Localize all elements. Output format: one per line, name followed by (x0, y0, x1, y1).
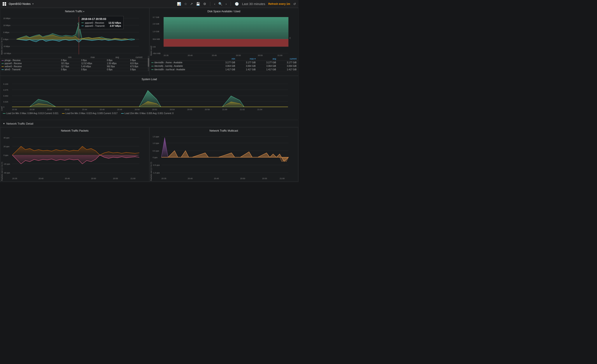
svg-text:20:44: 20:44 (82, 108, 87, 111)
sysload-title: System Load (0, 76, 298, 82)
top-bar: OpenBSD Nodes ▾ 📊 ☆ ↗ 💾 ⚙ ‹ 🔍 › 🕐 Last 3… (0, 0, 298, 8)
svg-text:5 kBps: 5 kBps (3, 31, 9, 33)
svg-text:0 pps: 0 pps (153, 156, 158, 158)
sysload-y-label: Load (0, 82, 3, 111)
svg-text:-954 MiB: -954 MiB (153, 52, 161, 55)
svg-text:21:00: 21:00 (131, 177, 136, 180)
svg-text:40 pps: 40 pps (3, 137, 10, 139)
svg-text:20:55: 20:55 (258, 54, 263, 56)
svg-text:0.050: 0.050 (3, 95, 8, 97)
svg-text:20:48: 20:48 (117, 108, 122, 111)
svg-text:⟳: ⟳ (290, 37, 291, 40)
svg-text:-20 pps: -20 pps (3, 163, 10, 165)
disk-row-usrobj: /dev/sd0j - /usr/obj - Available 3.064 G… (149, 64, 298, 68)
svg-text:21:00: 21:00 (280, 177, 285, 180)
svg-rect-33 (164, 39, 288, 47)
svg-text:20:40: 20:40 (39, 177, 44, 180)
network-scrollbar[interactable] (148, 56, 149, 71)
svg-text:20:46: 20:46 (100, 108, 105, 111)
refresh-button[interactable]: ↺ (293, 2, 296, 6)
save-icon[interactable]: 💾 (196, 2, 200, 6)
svg-text:20:40: 20:40 (47, 108, 52, 111)
sysload-legend: Load 1m Min: 0 Max: 0.084 Avg: 0.013 Cur… (0, 111, 298, 115)
svg-text:21:00: 21:00 (277, 54, 283, 56)
network-y-label: Bytes out (-) / in (+) (0, 14, 3, 55)
svg-text:20 pps: 20 pps (3, 145, 10, 148)
settings-icon[interactable]: ⚙ (203, 2, 206, 6)
legend-row-pppoe-recv: pppoe0 - Receive 321 Bps12.52 kBps1.55 k… (0, 62, 149, 65)
network-detail-section: ▼ Network Traffic Detail Network Traffic… (0, 120, 298, 182)
zoom-icon[interactable]: 🔍 (218, 2, 222, 6)
time-range-label[interactable]: Last 30 minutes (242, 2, 265, 6)
refresh-label[interactable]: Refresh every 1m (268, 2, 290, 6)
svg-text:-40 pps: -40 pps (3, 172, 10, 174)
legend-row-athn0: athn0 - Transmit 0 Bps0 Bps0 Bps0 Bps (0, 68, 149, 71)
network-traffic-dropdown[interactable]: ▾ (83, 10, 84, 13)
packets-title: Network Traffic Packets (0, 127, 149, 133)
svg-text:0.5 pps: 0.5 pps (153, 150, 159, 152)
network-detail-header: ▼ Network Traffic Detail (0, 120, 298, 127)
svg-text:1.0 pps: 1.0 pps (153, 142, 159, 144)
svg-text:0 B: 0 B (153, 46, 156, 48)
app-icon (3, 2, 6, 6)
network-detail-label: Network Traffic Detail (6, 122, 33, 125)
svg-text:20:50: 20:50 (236, 54, 241, 56)
svg-text:21:04: 21:04 (257, 108, 262, 111)
network-legend-table: minmaxavgcurrent phoge - Receive 0 Bps0 … (0, 56, 149, 71)
svg-text:2.8 GiB: 2.8 GiB (153, 23, 159, 25)
share-icon[interactable]: ↗ (190, 2, 193, 6)
svg-text:0: 0 (3, 106, 4, 108)
svg-text:-0.5 pps: -0.5 pps (153, 164, 160, 166)
svg-text:20:45: 20:45 (214, 177, 219, 180)
title-dropdown-arrow[interactable]: ▾ (32, 3, 33, 5)
svg-text:20:36: 20:36 (12, 108, 17, 111)
svg-text:20:38: 20:38 (30, 108, 35, 111)
packets-panel: Network Traffic Packets Packets out (-) … (0, 127, 149, 182)
load1m-legend: Load 1m Min: 0 Max: 0.084 Avg: 0.013 Cur… (3, 112, 58, 115)
bottom-charts: Network Traffic Packets Packets out (-) … (0, 127, 298, 182)
svg-text:21:02: 21:02 (240, 108, 245, 111)
collapse-icon[interactable]: ▼ (3, 122, 5, 125)
svg-text:10 kBps: 10 kBps (3, 24, 10, 26)
network-traffic-title: Network Traffic ▾ (0, 8, 149, 14)
disk-y-label: Bytes used (149, 14, 153, 56)
svg-text:0.025: 0.025 (3, 101, 8, 103)
svg-text:20:55: 20:55 (262, 177, 267, 180)
forward-icon[interactable]: › (226, 2, 227, 6)
disk-chart: 3.7 GiB 2.8 GiB 1.9 GiB 954 MiB 0 B -954… (153, 14, 291, 56)
svg-text:20:35: 20:35 (12, 177, 17, 180)
svg-text:3.7 GiB: 3.7 GiB (153, 16, 159, 18)
back-icon[interactable]: ‹ (214, 2, 215, 6)
multicast-chart: 1.5 pps 1.0 pps 0.5 pps 0 pps -0.5 pps -… (153, 133, 291, 181)
svg-text:20:50: 20:50 (91, 177, 96, 180)
svg-text:20:58: 20:58 (205, 108, 210, 111)
svg-text:0 pps: 0 pps (3, 154, 8, 156)
disk-title: Disk Space Available / Used (149, 8, 298, 14)
svg-text:20:40: 20:40 (188, 54, 193, 56)
svg-text:20:50: 20:50 (135, 108, 140, 111)
network-traffic-chart: 15 kBps 10 kBps 5 kBps 0 Bps -5 kBps -10… (3, 14, 141, 55)
svg-text:20:52: 20:52 (152, 108, 157, 111)
top-bar-icons: 📊 ☆ ↗ 💾 ⚙ ‹ 🔍 › 🕐 Last 30 minutes Refres… (177, 2, 296, 6)
svg-text:1.5 pps: 1.5 pps (153, 135, 159, 138)
svg-text:20:45: 20:45 (212, 54, 217, 56)
svg-text:0.075: 0.075 (3, 89, 8, 91)
svg-text:20:42: 20:42 (65, 108, 70, 111)
disk-space-panel: Disk Space Available / Used Bytes used (149, 8, 299, 76)
multicast-y-label: Packets out (-) / in (+) (149, 133, 153, 181)
svg-text:0.100: 0.100 (3, 83, 8, 85)
network-traffic-panel: Network Traffic ▾ Bytes out (-) / in (+)… (0, 8, 149, 76)
add-panel-icon[interactable]: 📊 (177, 2, 181, 6)
svg-text:0 Bps: 0 Bps (3, 38, 8, 40)
svg-rect-32 (164, 17, 288, 39)
star-icon[interactable]: ☆ (184, 2, 187, 6)
multicast-panel: Network Traffic Multicast Packets out (-… (149, 127, 298, 182)
load15m-legend: Load 15m Min: 0 Max: 0.005 Avg: 0.001 Cu… (121, 112, 174, 115)
clock-icon: 🕐 (235, 2, 239, 6)
svg-text:21:00: 21:00 (222, 108, 227, 111)
dashboard-grid: Network Traffic ▾ Bytes out (-) / in (+)… (0, 8, 298, 182)
disk-row-home: /dev/sd0k - /home - Available 3.177 GiB3… (149, 61, 298, 64)
legend-row-phoge: phoge - Receive 0 Bps0 Bps0 Bps0 Bps (0, 59, 149, 62)
sysload-chart: 0.100 0.075 0.050 0.025 0 20:36 20:38 20… (3, 82, 290, 111)
svg-text:20:35: 20:35 (164, 54, 169, 56)
